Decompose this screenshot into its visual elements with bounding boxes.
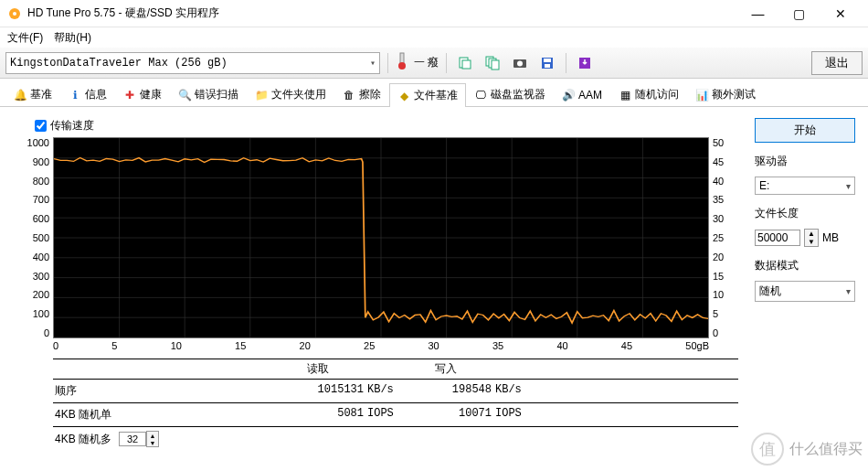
- file-length-unit: MB: [822, 231, 839, 244]
- drive-select[interactable]: KingstonDataTraveler Max (256 gB) ▾: [5, 52, 380, 74]
- tab-health[interactable]: ✚健康: [115, 82, 170, 106]
- result-row: 4KB 随机多▲▼: [53, 426, 738, 451]
- svg-point-10: [517, 60, 523, 66]
- screenshot-icon[interactable]: [509, 52, 531, 74]
- tab-benchmark[interactable]: 🔔基准: [5, 82, 60, 106]
- health-icon: ✚: [123, 89, 136, 102]
- drive-label: 驱动器: [755, 154, 855, 169]
- chevron-down-icon: ▾: [846, 181, 851, 191]
- speaker-icon: 🔊: [562, 89, 575, 102]
- file-length-label: 文件长度: [755, 206, 855, 221]
- download-icon[interactable]: [574, 52, 596, 74]
- svg-point-3: [398, 62, 406, 70]
- data-mode-label: 数据模式: [755, 258, 855, 273]
- read-header: 读取: [254, 359, 382, 379]
- tab-folder-usage[interactable]: 📁文件夹使用: [247, 82, 334, 106]
- info-icon: ℹ: [69, 89, 81, 102]
- tab-error-scan[interactable]: 🔍错误扫描: [170, 82, 247, 106]
- gauge-icon: 🔔: [14, 89, 26, 102]
- menu-file[interactable]: 文件(F): [7, 30, 43, 46]
- result-row: 4KB 随机单5081IOPS10071IOPS: [53, 402, 738, 426]
- file-length-input[interactable]: [755, 230, 800, 246]
- chart-area: MB/s ms 10009008007006005004003002001000…: [13, 137, 738, 338]
- svg-rect-13: [545, 64, 550, 68]
- chevron-down-icon: ▾: [846, 286, 851, 296]
- tab-info[interactable]: ℹ信息: [60, 82, 115, 106]
- thermometer-icon: [396, 52, 408, 73]
- window-title: HD Tune Pro 5.75 - 硬盘/SSD 实用程序: [27, 5, 737, 21]
- folder-icon: 📁: [255, 89, 268, 102]
- start-button[interactable]: 开始: [755, 118, 855, 143]
- svg-point-1: [13, 12, 16, 16]
- queue-depth-spinner[interactable]: ▲▼: [146, 431, 159, 447]
- random-icon: ▦: [619, 89, 631, 102]
- tab-random-access[interactable]: ▦随机访问: [610, 82, 687, 106]
- temp-indicator: 一 癈: [414, 55, 439, 70]
- tab-erase[interactable]: 🗑擦除: [334, 82, 389, 106]
- app-icon: [7, 6, 22, 21]
- copy-all-icon[interactable]: [482, 52, 503, 74]
- result-row: 顺序1015131KB/s198548KB/s: [53, 379, 738, 402]
- save-icon[interactable]: [536, 52, 558, 74]
- svg-rect-5: [462, 60, 471, 69]
- transfer-speed-checkbox[interactable]: [35, 120, 47, 132]
- maximize-button[interactable]: ▢: [778, 0, 820, 27]
- svg-rect-8: [492, 60, 499, 70]
- write-header: 写入: [382, 359, 510, 379]
- drive-select-text: KingstonDataTraveler Max (256 gB): [10, 57, 228, 70]
- queue-depth-input[interactable]: [119, 432, 146, 446]
- tab-file-benchmark[interactable]: ◆文件基准: [389, 83, 466, 107]
- close-button[interactable]: ✕: [820, 0, 861, 27]
- drive-letter-select[interactable]: E:▾: [755, 177, 855, 195]
- monitor-icon: 🖵: [474, 89, 487, 102]
- minimize-button[interactable]: —: [737, 0, 778, 27]
- tests-icon: 📊: [695, 89, 708, 102]
- file-length-spinner[interactable]: ▲▼: [804, 229, 819, 247]
- erase-icon: 🗑: [343, 89, 355, 102]
- chart-plot: [53, 137, 709, 338]
- menu-help[interactable]: 帮助(H): [54, 30, 91, 46]
- svg-rect-12: [544, 59, 551, 62]
- exit-button[interactable]: 退出: [811, 51, 863, 75]
- chevron-down-icon: ▾: [370, 58, 376, 69]
- watermark-logo-icon: 值: [751, 433, 784, 466]
- tab-disk-monitor[interactable]: 🖵磁盘监视器: [466, 82, 554, 106]
- watermark: 值 什么值得买: [751, 433, 863, 466]
- tab-extra-tests[interactable]: 📊额外测试: [687, 82, 764, 106]
- transfer-speed-label: 传输速度: [50, 118, 94, 134]
- scan-icon: 🔍: [178, 89, 191, 102]
- copy-icon[interactable]: [454, 52, 476, 74]
- data-mode-select[interactable]: 随机▾: [755, 281, 855, 302]
- tab-aam[interactable]: 🔊AAM: [554, 84, 610, 105]
- file-benchmark-icon: ◆: [397, 90, 410, 102]
